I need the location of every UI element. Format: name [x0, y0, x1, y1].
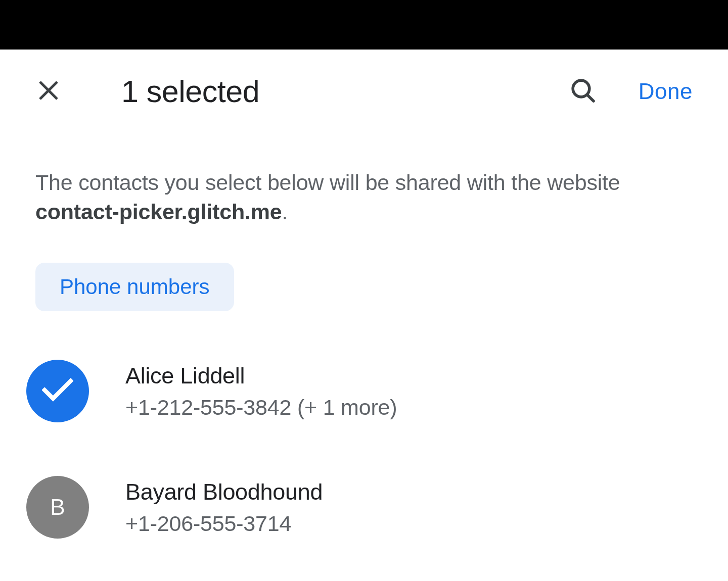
contact-info: Bayard Bloodhound +1-206-555-3714: [125, 479, 323, 536]
chip-row: Phone numbers: [6, 226, 722, 311]
done-button[interactable]: Done: [639, 79, 693, 104]
contact-row[interactable]: Alice Liddell +1-212-555-3842 (+ 1 more): [26, 351, 693, 431]
search-button[interactable]: [569, 76, 597, 107]
contact-name: Bayard Bloodhound: [125, 479, 323, 505]
contact-row[interactable]: B Bayard Bloodhound +1-206-555-3714: [26, 467, 693, 548]
avatar-initial: B: [26, 476, 89, 539]
selection-count-title: 1 selected: [121, 74, 259, 109]
info-prefix: The contacts you select below will be sh…: [35, 170, 620, 195]
header: 1 selected Done: [6, 50, 722, 129]
close-icon: [35, 77, 62, 106]
info-suffix: .: [282, 200, 288, 224]
search-icon: [569, 76, 597, 107]
contact-name: Alice Liddell: [125, 363, 397, 389]
avatar-selected: [26, 360, 89, 422]
contact-phone: +1-212-555-3842 (+ 1 more): [125, 395, 397, 420]
share-info-text: The contacts you select below will be sh…: [6, 129, 722, 226]
close-button[interactable]: [35, 77, 62, 106]
checkmark-icon: [42, 378, 73, 404]
status-bar: [0, 0, 728, 50]
phone-numbers-chip[interactable]: Phone numbers: [35, 263, 234, 311]
contact-info: Alice Liddell +1-212-555-3842 (+ 1 more): [125, 363, 397, 420]
info-website: contact-picker.glitch.me: [35, 200, 282, 224]
svg-line-3: [587, 94, 594, 101]
contact-list: Alice Liddell +1-212-555-3842 (+ 1 more)…: [6, 311, 722, 548]
contact-phone: +1-206-555-3714: [125, 511, 323, 536]
